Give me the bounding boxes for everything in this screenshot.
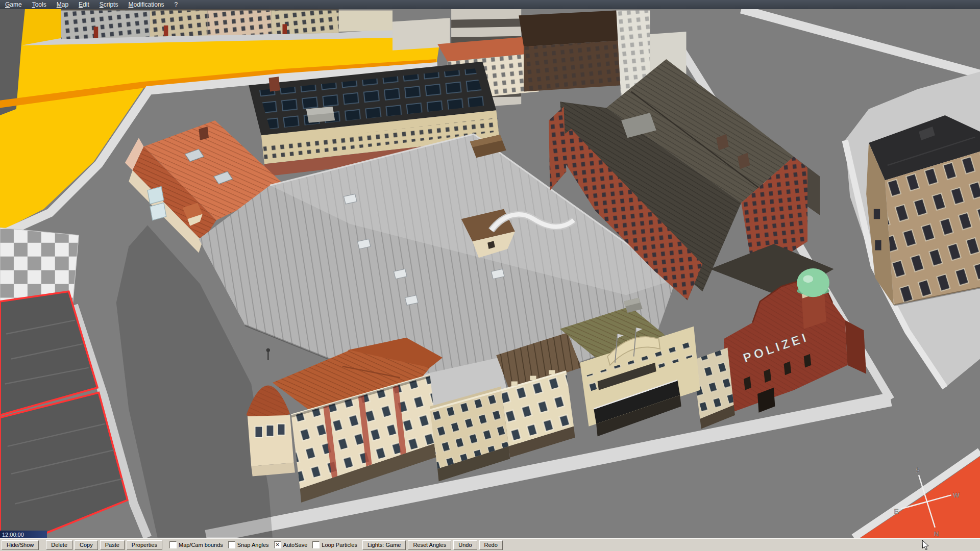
copy-button[interactable]: Copy: [75, 540, 98, 550]
hide-show-button[interactable]: Hide/Show: [2, 540, 39, 550]
parapet-block: [530, 376, 536, 381]
red-door: [282, 24, 287, 34]
menu-item-tools[interactable]: Tools: [27, 1, 52, 9]
redo-button[interactable]: Redo: [479, 540, 503, 550]
bottom-toolbar: Hide/Show Delete Copy Paste Properties M…: [0, 538, 980, 551]
parapet-block: [511, 382, 518, 386]
compass-w: W: [953, 491, 960, 499]
tower-drum: [248, 415, 294, 466]
checkbox-box[interactable]: [169, 541, 177, 548]
checkbox-box[interactable]: [228, 541, 235, 548]
red-door: [164, 26, 168, 36]
checkbox-label: Snap Angles: [237, 542, 269, 548]
checkbox-label: AutoSave: [283, 542, 308, 548]
window: [764, 369, 771, 383]
window: [255, 427, 263, 438]
window: [804, 354, 812, 368]
window: [784, 361, 792, 375]
paste-button[interactable]: Paste: [100, 540, 125, 550]
menu-item-game[interactable]: Game: [0, 1, 27, 9]
checkbox-label: Map/Cam bounds: [179, 542, 223, 548]
window: [874, 209, 880, 219]
window: [744, 377, 751, 390]
checkbox-snap-angles[interactable]: Snap Angles: [228, 541, 269, 548]
checkbox-autosave[interactable]: ✕ AutoSave: [274, 541, 308, 548]
checkbox-loop-particles[interactable]: Loop Particles: [312, 541, 357, 548]
window: [278, 424, 285, 435]
delete-button[interactable]: Delete: [46, 540, 72, 550]
checkbox-box-checked[interactable]: ✕: [274, 541, 281, 548]
window: [875, 240, 881, 251]
menu-item-scripts[interactable]: Scripts: [94, 1, 124, 9]
brown-block-roof: [519, 10, 621, 46]
parapet-block: [549, 370, 555, 375]
compass-n: N: [934, 530, 939, 538]
clock-display: 12:00:00: [0, 531, 47, 539]
green-dome: [797, 268, 829, 297]
properties-button[interactable]: Properties: [127, 540, 162, 550]
compass-s: S: [915, 466, 920, 474]
menu-bar: Game Tools Map Edit Scripts Modification…: [0, 0, 980, 9]
menu-item-edit[interactable]: Edit: [74, 1, 94, 9]
chimney: [269, 77, 280, 91]
menu-item-modifications[interactable]: Modifications: [123, 1, 169, 9]
building-apartment-right[interactable]: [866, 115, 980, 305]
undo-button[interactable]: Undo: [453, 540, 477, 550]
editor-3d-viewport[interactable]: POLIZEI: [0, 9, 980, 539]
reset-angles-button[interactable]: Reset Angles: [408, 540, 451, 550]
checkbox-box[interactable]: [312, 541, 320, 548]
red-door: [94, 27, 99, 38]
menu-item-map[interactable]: Map: [52, 1, 74, 9]
checkbox-label: Loop Particles: [322, 542, 357, 548]
compass-e: E: [894, 508, 898, 515]
checkbox-map-cam-bounds[interactable]: Map/Cam bounds: [169, 541, 223, 548]
lights-game-button[interactable]: Lights: Game: [362, 540, 406, 550]
menu-item-help[interactable]: ?: [169, 1, 183, 9]
finial: [266, 348, 270, 352]
window: [266, 425, 274, 436]
